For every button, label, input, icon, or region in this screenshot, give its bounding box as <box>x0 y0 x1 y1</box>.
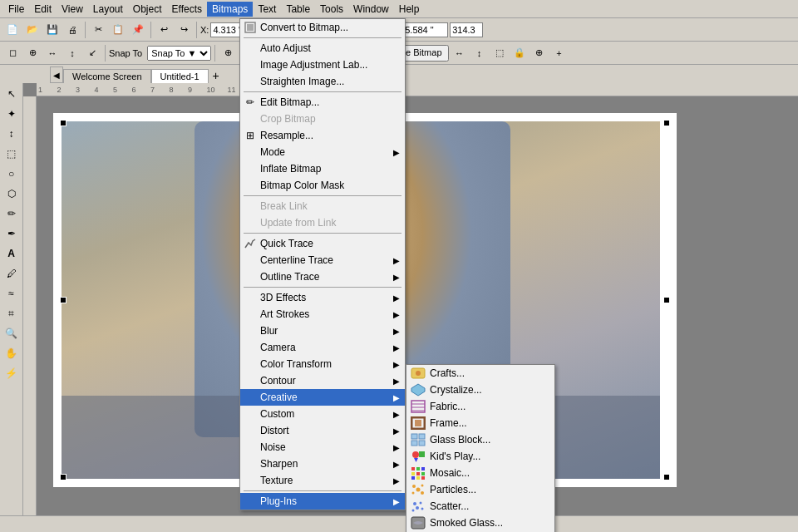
submenu-frame[interactable]: Frame... <box>406 415 554 431</box>
tb2-btn3[interactable]: ↔ <box>43 44 62 62</box>
sep-4 <box>244 233 401 234</box>
menu-blur[interactable]: Blur <box>240 323 405 339</box>
print-btn[interactable]: 🖨 <box>63 21 81 39</box>
handle-br[interactable] <box>663 474 670 480</box>
menu-distort[interactable]: Distort <box>240 422 405 439</box>
menu-3d-effects[interactable]: 3D Effects <box>240 289 405 306</box>
tb2-btn14[interactable]: + <box>550 44 569 62</box>
tb2-btn11[interactable]: ⬚ <box>490 44 509 62</box>
menu-table[interactable]: Table <box>281 2 315 17</box>
menu-resample[interactable]: ⊞ Resample... <box>240 127 405 144</box>
menu-contour[interactable]: Contour <box>240 372 405 389</box>
cut-btn[interactable]: ✂ <box>89 21 107 39</box>
snap-to-select[interactable]: Snap To ▼ <box>147 46 211 61</box>
submenu-mosaic[interactable]: Mosaic... <box>406 465 554 481</box>
submenu-crystalize[interactable]: Crystalize... <box>406 382 554 398</box>
tb2-btn1[interactable]: ◻ <box>3 44 22 62</box>
submenu-smoked-glass[interactable]: Smoked Glass... <box>406 515 554 531</box>
tool-rect[interactable]: ⬚ <box>2 145 21 163</box>
menu-effects[interactable]: Effects <box>167 2 207 17</box>
tb2-btn6[interactable]: ⊕ <box>219 44 237 62</box>
tb2-btn10[interactable]: ↕ <box>470 44 489 62</box>
submenu-glass-block[interactable]: Glass Block... <box>406 431 554 448</box>
h-num-input[interactable] <box>450 22 483 37</box>
menu-bitmaps[interactable]: Bitmaps <box>207 2 253 17</box>
tab-add-btn[interactable]: + <box>209 68 224 83</box>
menu-mode[interactable]: Mode <box>240 144 405 160</box>
submenu-scatter[interactable]: Scatter... <box>406 498 554 515</box>
tb2-btn12[interactable]: 🔒 <box>510 44 529 62</box>
menu-text[interactable]: Text <box>253 2 281 17</box>
handle-tl[interactable] <box>60 120 66 126</box>
menu-view[interactable]: View <box>57 2 88 17</box>
tb2-btn9[interactable]: ↔ <box>451 44 469 62</box>
tool-select[interactable]: ↖ <box>2 85 21 103</box>
tool-text[interactable]: A <box>2 244 21 263</box>
menu-camera[interactable]: Camera <box>240 339 405 356</box>
menu-creative[interactable]: Creative <box>240 389 405 406</box>
tool-calligraphy[interactable]: 🖊 <box>2 264 21 283</box>
tab-scroll-left[interactable]: ◀ <box>50 66 63 83</box>
tool-bezier[interactable]: ✒ <box>2 224 21 243</box>
copy-btn[interactable]: 📋 <box>109 21 127 39</box>
menu-texture[interactable]: Texture <box>240 472 405 489</box>
tb2-btn2[interactable]: ⊕ <box>23 44 42 62</box>
menu-object[interactable]: Object <box>128 2 167 17</box>
paste-btn[interactable]: 📌 <box>129 21 147 39</box>
menu-centerline-trace[interactable]: Centerline Trace <box>240 252 405 268</box>
menu-quick-trace[interactable]: Quick Trace <box>240 235 405 252</box>
tb2-btn13[interactable]: ⊕ <box>530 44 549 62</box>
menu-help[interactable]: Help <box>394 2 425 17</box>
tool-polygon[interactable]: ⬡ <box>2 185 21 203</box>
menu-sharpen[interactable]: Sharpen <box>240 456 405 472</box>
redo-btn[interactable]: ↪ <box>175 21 193 39</box>
new-btn[interactable]: 📄 <box>3 21 22 39</box>
menu-window[interactable]: Window <box>348 2 394 17</box>
open-btn[interactable]: 📂 <box>23 21 42 39</box>
tool-crop[interactable]: ⌗ <box>2 304 21 323</box>
tool-zoom[interactable]: 🔍 <box>2 324 21 342</box>
menu-noise[interactable]: Noise <box>240 439 405 456</box>
tab-welcome[interactable]: Welcome Screen <box>63 69 151 83</box>
resample-icon: ⊞ <box>244 129 257 142</box>
menu-convert-bitmap[interactable]: Convert to Bitmap... <box>240 19 405 36</box>
tb2-btn4[interactable]: ↕ <box>63 44 81 62</box>
tool-fill[interactable]: ⚡ <box>2 364 21 382</box>
tool-ellipse[interactable]: ○ <box>2 165 21 183</box>
submenu-crafts[interactable]: Crafts... <box>406 365 554 382</box>
menu-custom[interactable]: Custom <box>240 406 405 422</box>
menu-plugins[interactable]: Plug-Ins <box>240 493 405 510</box>
tb2-btn5[interactable]: ↙ <box>83 44 101 62</box>
menu-color-transform[interactable]: Color Transform <box>240 356 405 372</box>
handle-tr[interactable] <box>663 120 670 126</box>
submenu-fabric[interactable]: Fabric... <box>406 398 554 415</box>
save-btn[interactable]: 💾 <box>43 21 62 39</box>
menu-color-mask[interactable]: Bitmap Color Mask <box>240 177 405 194</box>
tool-pan[interactable]: ✋ <box>2 344 21 362</box>
h-input[interactable] <box>402 22 448 37</box>
menu-file[interactable]: File <box>3 2 29 17</box>
menu-outline-trace[interactable]: Outline Trace <box>240 268 405 285</box>
svg-rect-13 <box>411 441 417 446</box>
menu-inflate[interactable]: Inflate Bitmap <box>240 160 405 177</box>
tool-smear[interactable]: ≈ <box>2 284 21 303</box>
submenu-particles[interactable]: Particles... <box>406 481 554 498</box>
particles-icon <box>410 483 426 496</box>
tab-untitled[interactable]: Untitled-1 <box>151 69 209 83</box>
menu-tools[interactable]: Tools <box>315 2 348 17</box>
menu-straighten[interactable]: Straighten Image... <box>240 73 405 90</box>
menu-edit[interactable]: Edit <box>29 2 57 17</box>
handle-mr[interactable] <box>663 297 670 303</box>
undo-btn[interactable]: ↩ <box>155 21 173 39</box>
tool-node[interactable]: ✦ <box>2 105 21 123</box>
menu-art-strokes[interactable]: Art Strokes <box>240 306 405 323</box>
handle-bl[interactable] <box>60 474 66 480</box>
tool-pen[interactable]: ✏ <box>2 204 21 223</box>
menu-image-adj[interactable]: Image Adjustment Lab... <box>240 57 405 73</box>
submenu-kids-play[interactable]: Kid's Play... <box>406 448 554 465</box>
menu-edit-bitmap[interactable]: ✏ Edit Bitmap... <box>240 94 405 111</box>
handle-ml[interactable] <box>60 297 66 303</box>
menu-auto-adjust[interactable]: Auto Adjust <box>240 40 405 57</box>
menu-layout[interactable]: Layout <box>88 2 128 17</box>
tool-transform[interactable]: ↕ <box>2 125 21 143</box>
